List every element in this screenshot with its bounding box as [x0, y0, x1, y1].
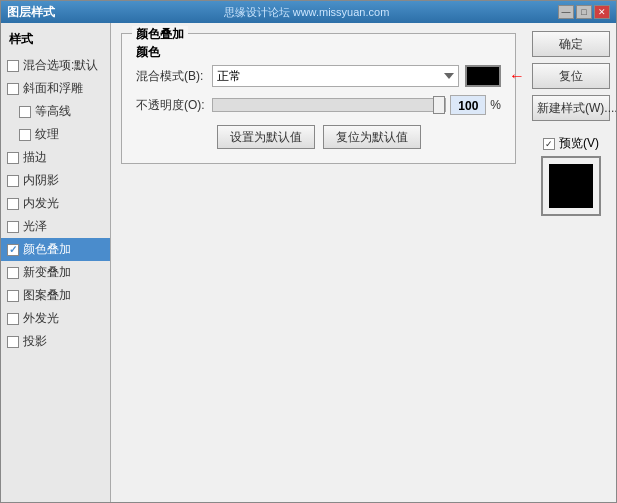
- opacity-value: 100: [450, 95, 486, 115]
- checkbox-color-overlay[interactable]: [7, 244, 19, 256]
- checkbox-inner-glow[interactable]: [7, 198, 19, 210]
- layer-style-window: 图层样式 思缘设计论坛 www.missyuan.com — □ ✕ 样式 混合…: [0, 0, 617, 503]
- color-overlay-group: 颜色叠加 颜色 混合模式(B): 正常 溶解 正片叠底 滤色 叠加 ←: [121, 33, 516, 164]
- checkbox-bevel-emboss[interactable]: [7, 83, 19, 95]
- checkbox-pattern-overlay[interactable]: [7, 290, 19, 302]
- preview-inner: [549, 164, 593, 208]
- checkbox-blend-default[interactable]: [7, 60, 19, 72]
- sidebar-label-satin: 光泽: [23, 218, 47, 235]
- sidebar-item-contour[interactable]: 等高线: [1, 100, 110, 123]
- set-default-button[interactable]: 设置为默认值: [217, 125, 315, 149]
- sidebar-item-drop-shadow[interactable]: 投影: [1, 330, 110, 353]
- preview-label-row: ✓ 预览(V): [543, 135, 599, 152]
- percent-label: %: [490, 98, 501, 112]
- slider-container: 100 %: [212, 95, 501, 115]
- minimize-button[interactable]: —: [558, 5, 574, 19]
- sidebar-item-bevel-emboss[interactable]: 斜面和浮雕: [1, 77, 110, 100]
- sidebar-label-inner-shadow: 内阴影: [23, 172, 59, 189]
- sidebar-item-blend-default[interactable]: 混合选项:默认: [1, 54, 110, 77]
- checkbox-outer-glow[interactable]: [7, 313, 19, 325]
- sidebar-label-stroke: 描边: [23, 149, 47, 166]
- sidebar-item-texture[interactable]: 纹理: [1, 123, 110, 146]
- reset-button[interactable]: 复位: [532, 63, 610, 89]
- sidebar-label-color-overlay: 颜色叠加: [23, 241, 71, 258]
- sidebar-label-blend-default: 混合选项:默认: [23, 57, 98, 74]
- checkbox-drop-shadow[interactable]: [7, 336, 19, 348]
- reset-default-button[interactable]: 复位为默认值: [323, 125, 421, 149]
- color-swatch-wrapper: ←: [465, 65, 501, 87]
- maximize-button[interactable]: □: [576, 5, 592, 19]
- sidebar-title: 样式: [1, 27, 110, 54]
- opacity-slider[interactable]: [212, 98, 446, 112]
- blend-mode-label: 混合模式(B):: [136, 68, 206, 85]
- checkbox-texture[interactable]: [19, 129, 31, 141]
- color-swatch[interactable]: [465, 65, 501, 87]
- sidebar-label-contour: 等高线: [35, 103, 71, 120]
- checkbox-gradient-overlay[interactable]: [7, 267, 19, 279]
- blend-mode-row: 混合模式(B): 正常 溶解 正片叠底 滤色 叠加 ←: [136, 65, 501, 87]
- preview-box: [541, 156, 601, 216]
- sidebar-label-bevel-emboss: 斜面和浮雕: [23, 80, 83, 97]
- checkbox-contour[interactable]: [19, 106, 31, 118]
- sidebar-label-gradient-overlay: 新变叠加: [23, 264, 71, 281]
- sidebar-label-drop-shadow: 投影: [23, 333, 47, 350]
- opacity-row: 不透明度(O): 100 %: [136, 95, 501, 115]
- sidebar-item-inner-shadow[interactable]: 内阴影: [1, 169, 110, 192]
- preview-label: 预览(V): [559, 135, 599, 152]
- opacity-label: 不透明度(O):: [136, 97, 206, 114]
- sidebar-item-color-overlay[interactable]: 颜色叠加: [1, 238, 110, 261]
- sidebar-label-outer-glow: 外发光: [23, 310, 59, 327]
- sidebar-label-inner-glow: 内发光: [23, 195, 59, 212]
- sidebar-label-texture: 纹理: [35, 126, 59, 143]
- red-arrow-icon: ←: [509, 67, 525, 85]
- close-button[interactable]: ✕: [594, 5, 610, 19]
- checkbox-inner-shadow[interactable]: [7, 175, 19, 187]
- window-subtitle: 思缘设计论坛 www.missyuan.com: [224, 5, 390, 20]
- sidebar-item-stroke[interactable]: 描边: [1, 146, 110, 169]
- window-title: 图层样式: [7, 4, 55, 21]
- title-bar-controls: — □ ✕: [558, 5, 610, 19]
- sidebar-item-pattern-overlay[interactable]: 图案叠加: [1, 284, 110, 307]
- default-buttons-row: 设置为默认值 复位为默认值: [136, 125, 501, 149]
- sidebar-item-satin[interactable]: 光泽: [1, 215, 110, 238]
- checkbox-stroke[interactable]: [7, 152, 19, 164]
- sidebar-label-pattern-overlay: 图案叠加: [23, 287, 71, 304]
- new-style-button[interactable]: 新建样式(W)....: [532, 95, 610, 121]
- checkbox-satin[interactable]: [7, 221, 19, 233]
- panel-group-title: 颜色叠加: [132, 26, 188, 43]
- preview-section: ✓ 预览(V): [532, 135, 610, 216]
- main-panel: 颜色叠加 颜色 混合模式(B): 正常 溶解 正片叠底 滤色 叠加 ←: [111, 23, 526, 502]
- content-area: 样式 混合选项:默认 斜面和浮雕 等高线 纹理 描边: [1, 23, 616, 502]
- confirm-button[interactable]: 确定: [532, 31, 610, 57]
- sidebar: 样式 混合选项:默认 斜面和浮雕 等高线 纹理 描边: [1, 23, 111, 502]
- sidebar-item-outer-glow[interactable]: 外发光: [1, 307, 110, 330]
- color-sub-label: 颜色: [136, 44, 501, 61]
- sidebar-item-inner-glow[interactable]: 内发光: [1, 192, 110, 215]
- blend-mode-select[interactable]: 正常 溶解 正片叠底 滤色 叠加: [212, 65, 459, 87]
- right-panel: 确定 复位 新建样式(W).... ✓ 预览(V): [526, 23, 616, 502]
- preview-checkbox[interactable]: ✓: [543, 138, 555, 150]
- title-bar: 图层样式 思缘设计论坛 www.missyuan.com — □ ✕: [1, 1, 616, 23]
- sidebar-item-gradient-overlay[interactable]: 新变叠加: [1, 261, 110, 284]
